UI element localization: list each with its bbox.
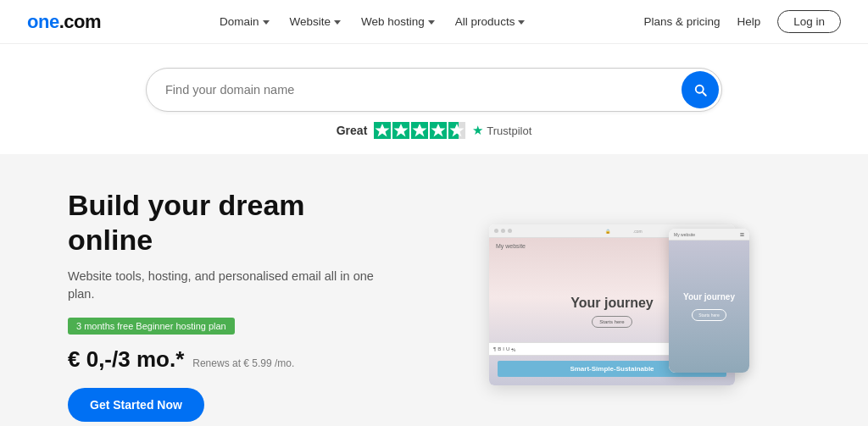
hero-image: 🔒 .com My website HomePagesPortfolioShop… [424,212,800,398]
price-renew: Renews at € 5.99 /mo. [192,357,294,369]
nav-allproducts[interactable]: All products [447,10,534,33]
header: one.com Domain Website Web hosting All p… [0,0,868,44]
search-input[interactable] [165,73,679,107]
hero-title: Build your dream online [68,188,390,257]
svg-marker-4 [450,124,465,137]
chevron-down-icon [334,20,341,25]
mockup-dot [494,229,498,233]
header-right: Plans & pricing Help Log in [643,10,841,33]
nav-webhosting[interactable]: Web hosting [353,10,443,33]
logo: one.com [27,11,101,33]
nav-domain[interactable]: Domain [211,10,278,33]
nav-website[interactable]: Website [281,10,350,33]
mockup-mobile-content: Your journey Starts here [669,241,749,373]
mockup-hero-text: Your journey [570,296,654,311]
star-1 [374,122,391,139]
mockup-mobile-btn: Starts here [692,309,726,321]
get-started-button[interactable]: Get Started Now [68,388,204,422]
hero-text: Build your dream online Website tools, h… [68,188,390,422]
search-button[interactable] [682,71,719,108]
svg-marker-0 [376,124,390,137]
login-button[interactable]: Log in [777,10,841,33]
mockup-dot [501,229,505,233]
star-2 [392,122,409,139]
price-main: € 0,-/3 mo.* [68,346,184,373]
hero-badge: 3 months free Beginner hosting plan [68,318,235,335]
trustpilot-stars [374,122,465,139]
mockup-mobile-bar: My website ≡ [669,229,749,241]
plans-pricing-link[interactable]: Plans & pricing [643,15,720,28]
main-nav: Domain Website Web hosting All products [211,10,533,33]
svg-marker-2 [413,124,427,137]
help-link[interactable]: Help [737,15,760,28]
mockup-dot [508,229,512,233]
star-5 [448,122,465,139]
chevron-down-icon [518,20,525,25]
trustpilot-logo: ★ Trustpilot [472,123,531,138]
svg-marker-1 [394,124,409,137]
mockup-starts-here: Starts here [592,316,632,328]
chevron-down-icon [428,20,435,25]
search-icon [693,82,708,97]
search-section: Great ★ Trustpilot [0,44,868,154]
star-3 [411,122,428,139]
trustpilot-label: Great [337,124,368,137]
search-bar [146,68,722,112]
trustpilot-row: Great ★ Trustpilot [337,122,532,139]
price-row: € 0,-/3 mo.* Renews at € 5.99 /mo. [68,346,390,373]
mockup-mobile: My website ≡ Your journey Starts here [669,229,749,373]
svg-marker-3 [431,124,446,137]
hero-section: Build your dream online Website tools, h… [0,154,868,426]
hero-subtitle: Website tools, hosting, and personalised… [68,268,390,305]
mockup-mobile-hero: Your journey [683,292,735,302]
star-4 [430,122,447,139]
chevron-down-icon [263,20,270,25]
mockup-site-title: My website [496,243,526,249]
